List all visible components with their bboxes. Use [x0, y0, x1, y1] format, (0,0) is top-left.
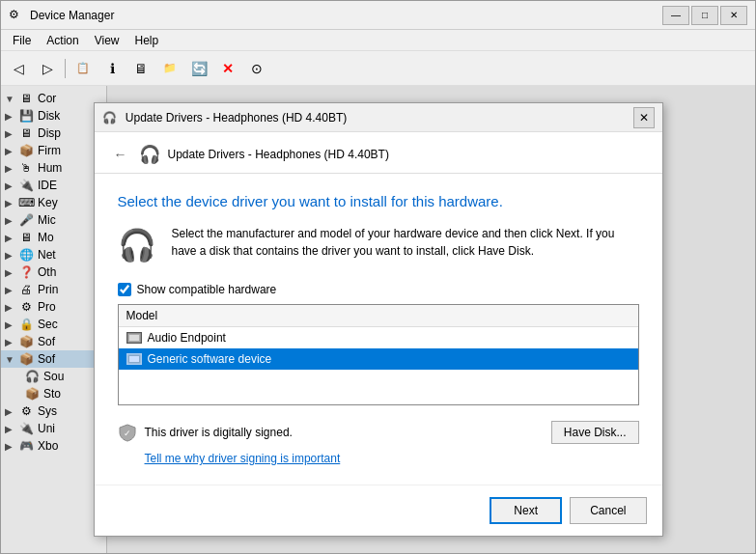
model-list: Audio Endpoint Generic software device: [119, 327, 638, 404]
title-bar: ⚙ Device Manager — □ ✕: [1, 1, 755, 30]
digitally-signed-text: This driver is digitally signed.: [145, 426, 293, 439]
dialog-close-button[interactable]: ✕: [633, 107, 655, 128]
toolbar-forward[interactable]: ▷: [34, 56, 61, 81]
dialog-body: Select the device driver you want to ins…: [95, 174, 662, 485]
toolbar: ◁ ▷ 📋 ℹ 🖥 📁 🔄 ✕ ⊙: [1, 51, 755, 86]
toolbar-folder[interactable]: 📁: [156, 56, 183, 81]
menu-action[interactable]: Action: [39, 32, 86, 49]
dialog-heading: Select the device driver you want to ins…: [118, 193, 639, 209]
svg-rect-1: [129, 335, 139, 341]
next-button[interactable]: Next: [490, 497, 562, 524]
toolbar-refresh[interactable]: 🔄: [185, 56, 212, 81]
menu-file[interactable]: File: [5, 32, 39, 49]
toolbar-update[interactable]: ⊙: [243, 56, 270, 81]
dialog-title: 🎧 Update Drivers - Headphones (HD 4.40BT…: [102, 111, 633, 125]
headphones-icon: 🎧: [118, 227, 156, 263]
device-manager-window: ⚙ Device Manager — □ ✕ File Action View …: [0, 0, 756, 554]
dialog-header: ← 🎧 Update Drivers - Headphones (HD 4.40…: [95, 132, 662, 174]
window-controls: — □ ✕: [662, 6, 747, 25]
info-row: ✓ This driver is digitally signed. Have …: [118, 421, 639, 444]
svg-rect-3: [129, 356, 139, 362]
dialog-description: Select the manufacturer and model of you…: [172, 225, 639, 260]
cancel-button[interactable]: Cancel: [570, 497, 646, 524]
close-button[interactable]: ✕: [720, 6, 747, 25]
model-item-label: Generic software device: [148, 352, 272, 366]
minimize-button[interactable]: —: [662, 6, 689, 25]
dialog-header-title: Update Drivers - Headphones (HD 4.40BT): [168, 148, 389, 161]
svg-text:✓: ✓: [124, 429, 131, 438]
show-compatible-row: Show compatible hardware: [118, 283, 639, 296]
dialog-overlay: 🎧 Update Drivers - Headphones (HD 4.40BT…: [1, 86, 755, 553]
model-item-label: Audio Endpoint: [148, 331, 226, 345]
toolbar-sep-1: [65, 59, 66, 78]
model-item-generic-software[interactable]: Generic software device: [119, 348, 638, 370]
window-title: Device Manager: [30, 9, 662, 22]
menu-view[interactable]: View: [87, 32, 127, 49]
menu-bar: File Action View Help: [1, 30, 755, 51]
maximize-button[interactable]: □: [691, 6, 718, 25]
model-item-audio-endpoint[interactable]: Audio Endpoint: [119, 327, 638, 348]
show-compatible-checkbox[interactable]: [118, 283, 131, 296]
toolbar-properties[interactable]: 📋: [70, 56, 97, 81]
update-drivers-dialog: 🎧 Update Drivers - Headphones (HD 4.40BT…: [94, 102, 663, 537]
app-icon: ⚙: [9, 8, 24, 23]
info-left: ✓ This driver is digitally signed.: [118, 423, 293, 442]
shield-icon: ✓: [118, 423, 137, 442]
driver-link-row: Tell me why driver signing is important: [118, 452, 639, 465]
dialog-footer: Next Cancel: [95, 485, 662, 536]
dialog-back-button[interactable]: ←: [110, 144, 131, 165]
show-compatible-label[interactable]: Show compatible hardware: [137, 283, 277, 296]
toolbar-scan[interactable]: 🖥: [127, 56, 154, 81]
dialog-title-icon: 🎧: [102, 111, 117, 125]
dialog-title-bar: 🎧 Update Drivers - Headphones (HD 4.40BT…: [95, 103, 662, 132]
driver-signing-link[interactable]: Tell me why driver signing is important: [145, 452, 341, 465]
toolbar-back[interactable]: ◁: [5, 56, 32, 81]
dialog-header-icon: 🎧: [139, 144, 160, 165]
toolbar-device-info[interactable]: ℹ: [98, 56, 126, 81]
menu-help[interactable]: Help: [127, 32, 167, 49]
model-item-icon: [126, 332, 142, 344]
model-list-header: Model: [119, 305, 638, 327]
have-disk-button[interactable]: Have Disk...: [551, 421, 639, 444]
dialog-description-row: 🎧 Select the manufacturer and model of y…: [118, 225, 639, 263]
main-content: ▼ 🖥 Cor ▶ 💾 Disk ▶ 🖥 Disp ▶ 📦 Firm ▶: [1, 86, 755, 553]
toolbar-uninstall[interactable]: ✕: [214, 56, 241, 81]
model-list-container: Model Audio Endpoint: [118, 304, 639, 405]
model-item-icon: [126, 353, 142, 365]
